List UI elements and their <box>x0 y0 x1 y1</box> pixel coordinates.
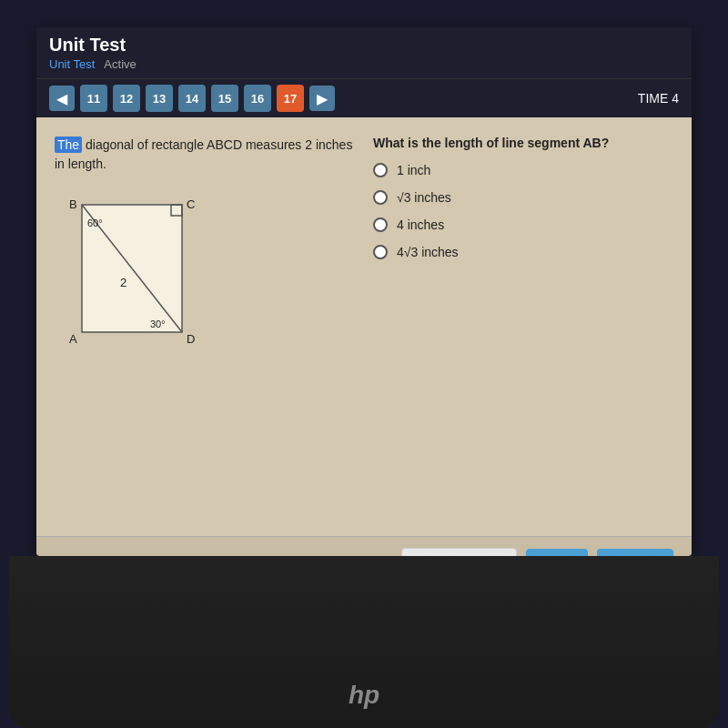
angle-30: 30° <box>150 318 166 329</box>
nav-btn-15[interactable]: 15 <box>211 85 238 112</box>
bottom-bar: Mark this and return Save and Exit Next … <box>36 536 692 556</box>
time-value: 4 <box>672 91 679 106</box>
question-text: The diagonal of rectangle ABCD measures … <box>55 136 355 174</box>
option-2[interactable]: √3 inches <box>373 190 673 205</box>
nav-btn-17[interactable]: 17 <box>277 85 304 112</box>
diagonal-label: 2 <box>120 276 126 289</box>
radio-2[interactable] <box>373 190 388 205</box>
diagram-area: B C A D 60° 30° 2 <box>55 187 218 369</box>
content-area: The diagonal of rectangle ABCD measures … <box>36 117 692 536</box>
highlight-the: The <box>55 136 82 153</box>
label-d: D <box>187 332 195 346</box>
nav-btn-11[interactable]: 11 <box>80 85 107 112</box>
prev-button[interactable]: ◀ <box>49 86 75 111</box>
nav-btn-14[interactable]: 14 <box>178 85 206 112</box>
radio-3[interactable] <box>373 217 388 232</box>
angle-60: 60° <box>87 217 103 228</box>
next-arrow-button[interactable]: ▶ <box>309 86 335 111</box>
breadcrumb-unit-test: Unit Test <box>49 57 95 71</box>
option-1-label: 1 inch <box>397 163 430 177</box>
options-list: 1 inch √3 inches 4 inches 4√3 inches <box>373 163 673 259</box>
option-4[interactable]: 4√3 inches <box>373 245 673 259</box>
option-3-label: 4 inches <box>397 217 444 232</box>
page-title: Unit Test <box>49 35 679 56</box>
time-label: TIME <box>638 91 668 106</box>
option-4-label: 4√3 inches <box>397 245 459 259</box>
laptop-bezel: hp <box>9 556 719 728</box>
rectangle-diagram: B C A D 60° 30° 2 <box>55 187 218 378</box>
nav-btn-13[interactable]: 13 <box>146 85 173 112</box>
save-exit-button[interactable]: Save and Exit <box>401 548 517 556</box>
question-text-rest: diagonal of rectangle ABCD measures 2 in… <box>55 137 352 171</box>
option-1[interactable]: 1 inch <box>373 163 673 177</box>
next-button[interactable]: Next <box>526 549 588 556</box>
option-3[interactable]: 4 inches <box>373 217 673 232</box>
radio-4[interactable] <box>373 245 388 259</box>
option-2-label: √3 inches <box>397 190 451 205</box>
right-panel: What is the length of line segment AB? 1… <box>373 136 673 369</box>
submit-button[interactable]: Submit <box>597 549 673 556</box>
left-panel: The diagonal of rectangle ABCD measures … <box>55 136 355 369</box>
nav-btn-16[interactable]: 16 <box>244 85 271 112</box>
time-display: TIME 4 <box>638 91 679 106</box>
label-c: C <box>187 197 195 211</box>
label-a: A <box>69 332 77 346</box>
answer-question: What is the length of line segment AB? <box>373 136 673 150</box>
hp-logo: hp <box>349 681 379 710</box>
radio-1[interactable] <box>373 163 388 177</box>
label-b: B <box>69 197 77 211</box>
question-nav-bar: ◀ 11 12 13 14 15 16 17 ▶ TIME 4 <box>36 78 692 117</box>
status-badge: Active <box>104 57 136 71</box>
nav-btn-12[interactable]: 12 <box>113 85 140 112</box>
